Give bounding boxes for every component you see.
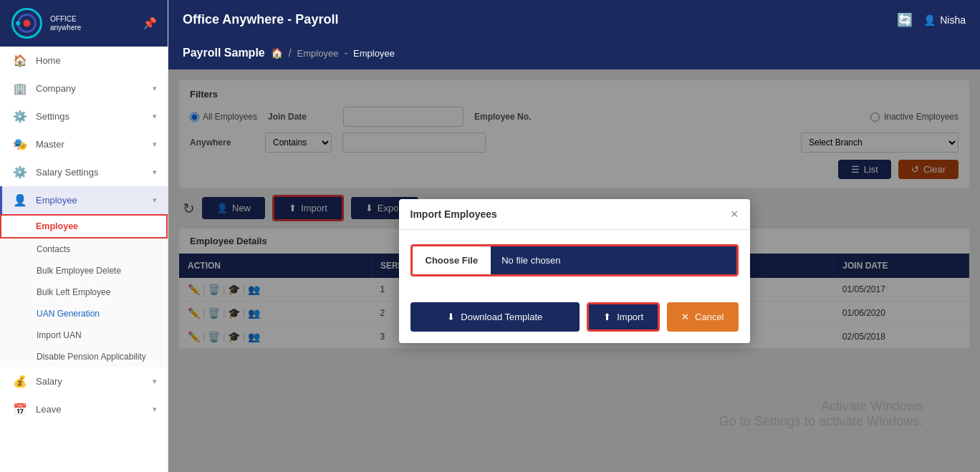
download-icon: ⬇ xyxy=(447,312,455,322)
breadcrumb-dash: - xyxy=(344,47,347,59)
sidebar-label-salary: Salary xyxy=(36,376,62,387)
svg-point-2 xyxy=(24,20,31,27)
modal-overlay: Import Employees × Choose File No file c… xyxy=(168,69,980,472)
sidebar-item-leave[interactable]: 📅 Leave ▾ xyxy=(0,395,168,423)
sidebar-label-master: Master xyxy=(36,139,64,150)
chevron-down-icon: ▾ xyxy=(153,196,157,205)
chevron-down-icon: ▾ xyxy=(153,168,157,177)
sidebar-item-company[interactable]: 🏢 Company ▾ xyxy=(0,74,168,102)
home-icon: 🏠 xyxy=(13,54,27,67)
sidebar-label-home: Home xyxy=(36,55,61,66)
top-bar-title: Office Anywhere - Payroll xyxy=(183,12,897,27)
home-breadcrumb-icon[interactable]: 🏠 xyxy=(271,47,283,59)
sub-nav-label-bulk-delete: Bulk Employee Delete xyxy=(37,266,121,276)
modal-footer: ⬇ Download Template ⬆ Import ✕ Cancel xyxy=(399,302,750,343)
logo-line1: OFFICE xyxy=(50,15,81,24)
sidebar-item-employee-main[interactable]: Employee xyxy=(0,214,168,239)
chevron-down-icon: ▾ xyxy=(153,84,157,93)
logo-icon xyxy=(11,7,43,39)
sidebar-item-import-uan[interactable]: Import UAN xyxy=(0,324,168,346)
download-btn-label: Download Template xyxy=(461,312,542,322)
sub-nav-label-bulk-left: Bulk Left Employee xyxy=(37,287,110,297)
breadcrumb-employee-current: Employee xyxy=(353,48,395,59)
sidebar-item-salary-settings[interactable]: ⚙️ Salary Settings ▾ xyxy=(0,158,168,186)
logo-text: OFFICE anywhere xyxy=(50,15,81,32)
pin-icon: 📌 xyxy=(143,16,157,30)
breadcrumb: Payroll Sample 🏠 / Employee - Employee xyxy=(168,39,980,69)
user-icon: 👤 xyxy=(923,14,936,26)
sidebar-label-salary-settings: Salary Settings xyxy=(36,167,98,178)
employee-sub-nav: Employee Contacts Bulk Employee Delete B… xyxy=(0,214,168,367)
chevron-down-icon: ▾ xyxy=(153,112,157,121)
cancel-button[interactable]: ✕ Cancel xyxy=(667,302,738,332)
top-bar-icons: 🔄 👤 Nisha xyxy=(897,12,966,28)
choose-file-label: Choose File xyxy=(426,255,479,266)
sidebar: OFFICE anywhere 📌 🏠 Home 🏢 Company ▾ ⚙️ … xyxy=(0,0,168,472)
cancel-icon: ✕ xyxy=(681,312,689,322)
choose-file-button[interactable]: Choose File xyxy=(413,246,491,274)
breadcrumb-separator: / xyxy=(289,47,292,59)
settings-icon: ⚙️ xyxy=(13,110,27,123)
sidebar-label-company: Company xyxy=(36,83,76,94)
modal-import-label: Import xyxy=(617,312,643,322)
breadcrumb-title: Payroll Sample xyxy=(183,47,265,59)
sub-nav-label-employee: Employee xyxy=(36,221,78,231)
top-bar: Office Anywhere - Payroll 🔄 👤 Nisha xyxy=(168,0,980,39)
modal-close-button[interactable]: × xyxy=(731,208,739,221)
sub-nav-label-contacts: Contacts xyxy=(37,244,70,254)
page-body: Filters All Employees Join Date Employee… xyxy=(168,69,980,472)
svg-point-3 xyxy=(16,21,20,26)
sub-nav-label-uan: UAN Generation xyxy=(37,309,100,319)
sidebar-item-settings[interactable]: ⚙️ Settings ▾ xyxy=(0,102,168,130)
user-name: Nisha xyxy=(940,14,966,26)
sidebar-item-home[interactable]: 🏠 Home xyxy=(0,47,168,74)
import-modal: Import Employees × Choose File No file c… xyxy=(399,199,750,343)
no-file-text: No file chosen xyxy=(491,255,736,266)
cancel-btn-label: Cancel xyxy=(695,312,724,322)
leave-icon: 📅 xyxy=(13,403,27,416)
company-icon: 🏢 xyxy=(13,82,27,95)
modal-title: Import Employees xyxy=(410,208,497,220)
chevron-down-icon: ▾ xyxy=(153,140,157,149)
logo-line2: anywhere xyxy=(50,24,81,32)
download-template-button[interactable]: ⬇ Download Template xyxy=(410,302,580,332)
chevron-down-icon: ▾ xyxy=(153,405,157,414)
file-input-inner: Choose File No file chosen xyxy=(413,246,736,274)
modal-body: Choose File No file chosen xyxy=(399,230,750,302)
sidebar-item-uan-generation[interactable]: UAN Generation xyxy=(0,303,168,324)
sub-nav-label-disable-pension: Disable Pension Applicability xyxy=(37,352,146,362)
sidebar-item-contacts[interactable]: Contacts xyxy=(0,239,168,260)
modal-import-button[interactable]: ⬆ Import xyxy=(587,302,660,332)
sidebar-item-bulk-delete[interactable]: Bulk Employee Delete xyxy=(0,260,168,281)
breadcrumb-employee[interactable]: Employee xyxy=(297,48,339,59)
modal-header: Import Employees × xyxy=(399,199,750,230)
sidebar-item-disable-pension[interactable]: Disable Pension Applicability xyxy=(0,346,168,367)
employee-icon: 👤 xyxy=(13,193,27,207)
main-content: Office Anywhere - Payroll 🔄 👤 Nisha Payr… xyxy=(168,0,980,472)
sidebar-item-master[interactable]: 🎭 Master ▾ xyxy=(0,130,168,158)
modal-import-icon: ⬆ xyxy=(603,312,611,322)
sidebar-item-salary[interactable]: 💰 Salary ▾ xyxy=(0,367,168,395)
sidebar-logo: OFFICE anywhere 📌 xyxy=(0,0,168,47)
sidebar-label-settings: Settings xyxy=(36,111,69,122)
master-icon: 🎭 xyxy=(13,138,27,151)
file-input-wrapper: Choose File No file chosen xyxy=(410,244,739,276)
user-profile[interactable]: 👤 Nisha xyxy=(923,14,966,26)
sidebar-label-employee: Employee xyxy=(36,195,77,206)
chevron-down-icon: ▾ xyxy=(153,377,157,386)
sub-nav-label-import-uan: Import UAN xyxy=(37,330,82,340)
salary-icon: 💰 xyxy=(13,375,27,388)
salary-settings-icon: ⚙️ xyxy=(13,165,27,179)
sidebar-item-employee[interactable]: 👤 Employee ▾ xyxy=(0,186,168,214)
sidebar-item-bulk-left[interactable]: Bulk Left Employee xyxy=(0,281,168,303)
refresh-icon[interactable]: 🔄 xyxy=(897,12,913,28)
sidebar-label-leave: Leave xyxy=(36,404,61,415)
